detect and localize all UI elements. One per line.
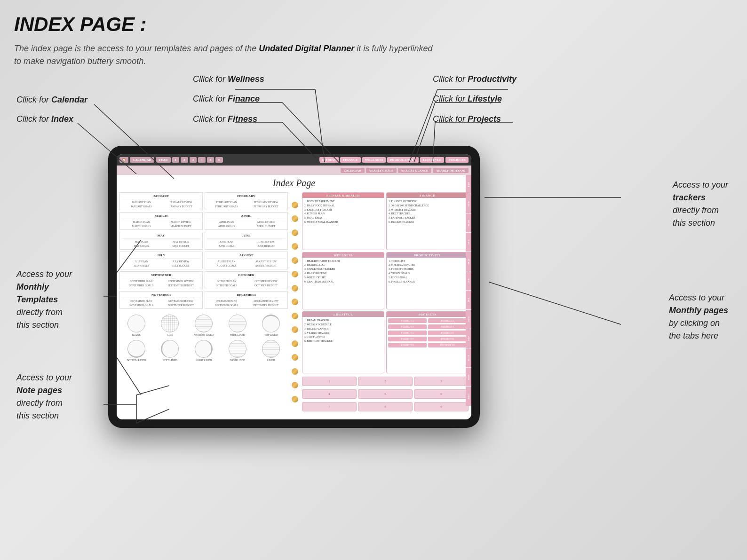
productivity-item-6[interactable]: 6. PROJECT PLANNER bbox=[389, 280, 466, 284]
lifestyle-item-6[interactable]: 6. BIRTHDAY TRACKER bbox=[304, 339, 382, 343]
fitness-item-4[interactable]: 4. FITNESS PLAN bbox=[304, 212, 382, 216]
note-bottom-circle[interactable] bbox=[127, 340, 145, 358]
nav-year[interactable]: YEAR bbox=[156, 157, 171, 163]
project-9[interactable]: PROJECT 9 bbox=[388, 343, 427, 347]
fitness-item-6[interactable]: 6. WEEKLY MEAL PLANNER bbox=[304, 220, 382, 224]
project-2[interactable]: PROJECT 2 bbox=[428, 318, 467, 323]
nov-plan[interactable]: NOVEMBER PLAN bbox=[122, 299, 161, 303]
lifestyle-item-4[interactable]: 4. YEARLY TRACKER bbox=[304, 331, 382, 335]
note-right-circle[interactable] bbox=[195, 340, 213, 358]
sec-yearly-goals[interactable]: YEARLY GOALS bbox=[366, 168, 397, 173]
dec-goals[interactable]: DECEMBER GOALS bbox=[207, 303, 246, 307]
tab-dec[interactable]: DEC bbox=[466, 387, 471, 406]
note-lined-circle[interactable] bbox=[262, 340, 280, 358]
num-btn-2[interactable]: 2 bbox=[358, 377, 413, 386]
fitness-item-3[interactable]: 3. EXERCISE TRACKER bbox=[304, 208, 382, 212]
feb-budget[interactable]: FEBRUARY BUDGET bbox=[246, 205, 286, 208]
sep-plan[interactable]: SEPTEMBER PLAN bbox=[122, 279, 161, 283]
nav-5[interactable]: 5 bbox=[207, 157, 215, 163]
nav-2[interactable]: 2 bbox=[181, 157, 188, 163]
jul-review[interactable]: JULY REVIEW bbox=[161, 260, 200, 263]
may-budget[interactable]: MAY BUDGET bbox=[161, 244, 200, 248]
tab-nov[interactable]: NOV bbox=[466, 368, 471, 386]
note-blank-circle[interactable] bbox=[127, 315, 145, 332]
num-btn-1[interactable]: 1 bbox=[302, 377, 357, 386]
nav-3[interactable]: 3 bbox=[190, 157, 197, 163]
productivity-item-1[interactable]: 1. TO DO LIST bbox=[389, 259, 466, 263]
productivity-item-2[interactable]: 2. MEETING MINUTES bbox=[389, 263, 466, 267]
tab-mar[interactable]: MAR bbox=[466, 213, 471, 232]
dec-plan[interactable]: DECEMBER PLAN bbox=[207, 299, 246, 303]
wellness-item-5[interactable]: 5. WHEEL OF LIFE bbox=[304, 276, 382, 280]
nov-review[interactable]: NOVEMBER REVIEW bbox=[161, 299, 200, 303]
note-wide-circle[interactable] bbox=[229, 315, 246, 332]
oct-plan[interactable]: OCTOBER PLAN bbox=[207, 279, 246, 283]
finance-item-2[interactable]: 2. 30 DAY NO SPEND CHALLENGE bbox=[389, 204, 466, 208]
nav-productivity[interactable]: PRODUCTIVITY bbox=[387, 157, 419, 163]
jun-budget[interactable]: JUNE BUDGET bbox=[246, 244, 286, 248]
wellness-item-2[interactable]: 2. READING LOG bbox=[304, 263, 382, 267]
tab-sep[interactable]: SEP bbox=[466, 329, 471, 348]
productivity-item-4[interactable]: 4. VISION BOARD bbox=[389, 271, 466, 276]
dec-review[interactable]: DECEMBER REVIEW bbox=[246, 299, 286, 303]
nav-wellness[interactable]: WELLNESS bbox=[362, 157, 386, 163]
productivity-item-3[interactable]: 3. PRIORITY MATRIX bbox=[389, 267, 466, 271]
may-plan[interactable]: MAY PLAN bbox=[122, 240, 161, 244]
apr-goals[interactable]: APRIL GOALS bbox=[207, 224, 246, 228]
feb-review[interactable]: FEBRUARY REVIEW bbox=[246, 200, 286, 204]
finance-item-4[interactable]: 4. DEBT TRACKER bbox=[389, 212, 466, 216]
apr-plan[interactable]: APRIL PLAN bbox=[207, 220, 246, 224]
lifestyle-item-2[interactable]: 2. WEEKLY SCHEDULE bbox=[304, 323, 382, 327]
lifestyle-item-3[interactable]: 3. RECIPE PLANNER bbox=[304, 327, 382, 331]
productivity-item-5[interactable]: 5. FOCUS GOAL bbox=[389, 276, 466, 280]
nav-finance[interactable]: FINANCE bbox=[340, 157, 361, 163]
dec-budget[interactable]: DECEMBER BUDGET bbox=[246, 303, 286, 307]
sec-yearly-outlook[interactable]: YEARLY OUTLOOK bbox=[433, 168, 469, 173]
wellness-item-6[interactable]: 6. GRATITUDE JOURNAL bbox=[304, 280, 382, 284]
finance-item-5[interactable]: 5. EXPENSE TRACKER bbox=[389, 216, 466, 220]
note-dash-circle[interactable] bbox=[229, 340, 246, 358]
tab-aug[interactable]: AUG bbox=[466, 310, 471, 329]
project-10[interactable]: PROJECT 10 bbox=[428, 343, 467, 347]
oct-review[interactable]: OCTOBER REVIEW bbox=[246, 279, 286, 283]
mar-plan[interactable]: MARCH PLAN bbox=[122, 220, 161, 224]
jul-budget[interactable]: JULY BUDGET bbox=[161, 264, 200, 268]
mar-goals[interactable]: MARCH GOALS bbox=[122, 224, 161, 228]
nav-projects[interactable]: PROJECTS bbox=[445, 157, 469, 163]
tab-jan[interactable]: JAN bbox=[466, 175, 471, 194]
jun-plan[interactable]: JUNE PLAN bbox=[207, 240, 246, 244]
sep-goals[interactable]: SEPTEMBER GOALS bbox=[122, 284, 161, 287]
finance-item-6[interactable]: 6. INCOME TRACKER bbox=[389, 220, 466, 224]
note-grid-circle[interactable] bbox=[161, 315, 179, 332]
num-btn-3[interactable]: 3 bbox=[414, 377, 469, 386]
aug-goals[interactable]: AUGUST GOALS bbox=[207, 264, 246, 268]
may-goals[interactable]: MAY GOALS bbox=[122, 244, 161, 248]
tab-jul[interactable]: JUL bbox=[466, 291, 471, 309]
fitness-item-5[interactable]: 5. MEAL IDEAS bbox=[304, 216, 382, 220]
oct-goals[interactable]: OCTOBER GOALS bbox=[207, 284, 246, 287]
nov-goals[interactable]: NOVEMBER GOALS bbox=[122, 303, 161, 307]
num-btn-9[interactable]: 9 bbox=[414, 402, 469, 411]
jan-review[interactable]: JANUARY REVIEW bbox=[161, 200, 200, 204]
project-8[interactable]: PROJECT 8 bbox=[428, 337, 467, 341]
project-3[interactable]: PROJECT 3 bbox=[388, 324, 427, 329]
lifestyle-item-5[interactable]: 5. TRIP PLANNER bbox=[304, 335, 382, 339]
num-btn-4[interactable]: 4 bbox=[302, 389, 357, 399]
tab-jun[interactable]: JUN bbox=[466, 271, 471, 290]
may-review[interactable]: MAY REVIEW bbox=[161, 240, 200, 244]
nav-lifestyle[interactable]: LIFESTYLE bbox=[420, 157, 444, 163]
wellness-item-1[interactable]: 1. HEALTHY HABIT TRACKER bbox=[304, 259, 382, 263]
oct-budget[interactable]: OCTOBER BUDGET bbox=[246, 284, 286, 287]
nav-fitness[interactable]: FITNESS bbox=[319, 157, 339, 163]
jul-plan[interactable]: JULY PLAN bbox=[122, 260, 161, 263]
nav-calendar[interactable]: CALENDAR bbox=[130, 157, 154, 163]
finance-item-1[interactable]: 1. FINANCE OVERVIEW bbox=[389, 199, 466, 204]
note-top-circle[interactable] bbox=[262, 315, 280, 332]
nav-6[interactable]: 6 bbox=[215, 157, 223, 163]
project-4[interactable]: PROJECT 4 bbox=[428, 324, 467, 329]
aug-review[interactable]: AUGUST REVIEW bbox=[246, 260, 286, 263]
jun-goals[interactable]: JUNE GOALS bbox=[207, 244, 246, 248]
lifestyle-item-1[interactable]: 1. DREAM TRACKER bbox=[304, 318, 382, 323]
finance-item-3[interactable]: 3. WISHLIST TRACKER bbox=[389, 208, 466, 212]
wellness-item-3[interactable]: 3. CHALLENGE TRACKER bbox=[304, 267, 382, 271]
